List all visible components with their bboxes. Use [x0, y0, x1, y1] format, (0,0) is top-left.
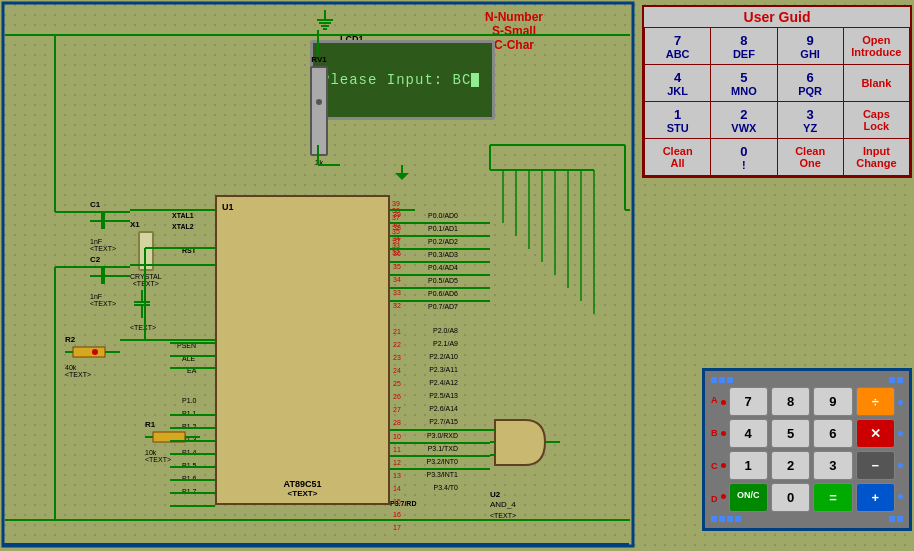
guide-grid: 7 ABC 8 DEF 9 GHI Open Introduce 4 JKL 5… — [644, 27, 910, 176]
guide-key-open-introduce[interactable]: Open Introduce — [844, 28, 909, 64]
calc-btn-1[interactable]: 1 — [729, 451, 768, 480]
calc-row-labels: A B C D — [711, 387, 718, 512]
guide-key-5[interactable]: 5 MNO — [711, 65, 776, 101]
guide-key-4[interactable]: 4 JKL — [645, 65, 710, 101]
calc-btn-4[interactable]: 4 — [729, 419, 768, 448]
svg-marker-6 — [395, 173, 409, 180]
guide-key-7[interactable]: 7 ABC — [645, 28, 710, 64]
connector-dot — [897, 377, 903, 383]
lcd-display: Please Input: BC — [310, 40, 495, 120]
bottom-border — [3, 543, 629, 546]
calc-bottom-connectors — [711, 516, 903, 522]
u1-chip: AT89C51 <TEXT> U1 XTAL1 XTAL2 RST PSEN A… — [215, 195, 390, 505]
u2-and-gate: U2 AND_4 <TEXT> — [490, 415, 560, 474]
calc-btn-onc[interactable]: ON/C — [729, 483, 768, 512]
calc-btn-2[interactable]: 2 — [771, 451, 810, 480]
guide-key-clean-one[interactable]: Clean One — [778, 139, 843, 175]
r1-component: R1 10k <TEXT> — [145, 420, 200, 463]
calc-btn-3[interactable]: 3 — [813, 451, 852, 480]
connector-dot — [711, 377, 717, 383]
guide-key-3[interactable]: 3 YZ — [778, 102, 843, 138]
guide-key-clean-all[interactable]: Clean All — [645, 139, 710, 175]
guide-key-caps-lock[interactable]: Caps Lock — [844, 102, 909, 138]
calc-top-connectors — [711, 377, 903, 383]
pin-numbers-p0: 3938373635343332 — [393, 208, 401, 312]
connector-dot — [719, 377, 725, 383]
lcd-cursor — [471, 73, 479, 87]
calc-btn-7[interactable]: 7 — [729, 387, 768, 416]
r2-component: R2 40k <TEXT> — [65, 335, 120, 378]
guide-key-0[interactable]: 0 ! — [711, 139, 776, 175]
c3-component: <TEXT> — [130, 290, 156, 331]
rv1-wiper — [316, 99, 322, 105]
c1-component: C1 1nF <TEXT> — [90, 200, 130, 252]
calc-btn-5[interactable]: 5 — [771, 419, 810, 448]
svg-rect-24 — [153, 432, 185, 442]
user-guide-panel: User Guid 7 ABC 8 DEF 9 GHI Open Introdu… — [642, 5, 912, 178]
power-symbol — [315, 10, 335, 39]
guide-key-input-change[interactable]: Input Change — [844, 139, 909, 175]
calc-btn-multiply[interactable]: ✕ — [856, 419, 895, 448]
user-guide-title: User Guid — [644, 7, 910, 27]
guide-key-blank[interactable]: Blank — [844, 65, 909, 101]
lcd-text: Please Input: BC — [321, 72, 471, 88]
guide-key-1[interactable]: 1 STU — [645, 102, 710, 138]
connector-dot — [889, 377, 895, 383]
guide-key-8[interactable]: 8 DEF — [711, 28, 776, 64]
guide-key-6[interactable]: 6 PQR — [778, 65, 843, 101]
calculator-panel: A B C D 7 8 9 ÷ 4 5 6 ✕ 1 2 3 − — [702, 368, 912, 531]
guide-key-9[interactable]: 9 GHI — [778, 28, 843, 64]
ground-symbol — [392, 165, 412, 194]
calc-btn-divide[interactable]: ÷ — [856, 387, 895, 416]
calc-btn-add[interactable]: + — [856, 483, 895, 512]
connector-dot — [727, 377, 733, 383]
x1-crystal: X1 CRYSTAL <TEXT> — [130, 220, 162, 287]
svg-point-22 — [92, 349, 98, 355]
pin-numbers-p2: 2122232425262728 — [393, 325, 401, 429]
calc-btn-equals[interactable]: = — [813, 483, 852, 512]
svg-rect-20 — [73, 347, 105, 357]
rv1-component: RV1 1k — [310, 55, 328, 167]
pin-numbers-p3: 1011121314151617 — [393, 430, 401, 534]
calc-buttons-grid: 7 8 9 ÷ 4 5 6 ✕ 1 2 3 − ON/C 0 = + — [729, 387, 896, 512]
calc-btn-subtract[interactable]: − — [856, 451, 895, 480]
calc-btn-9[interactable]: 9 — [813, 387, 852, 416]
c2-component: C2 1nF <TEXT> — [90, 255, 130, 307]
calc-btn-6[interactable]: 6 — [813, 419, 852, 448]
calc-btn-8[interactable]: 8 — [771, 387, 810, 416]
guide-key-2[interactable]: 2 VWX — [711, 102, 776, 138]
calc-btn-0[interactable]: 0 — [771, 483, 810, 512]
